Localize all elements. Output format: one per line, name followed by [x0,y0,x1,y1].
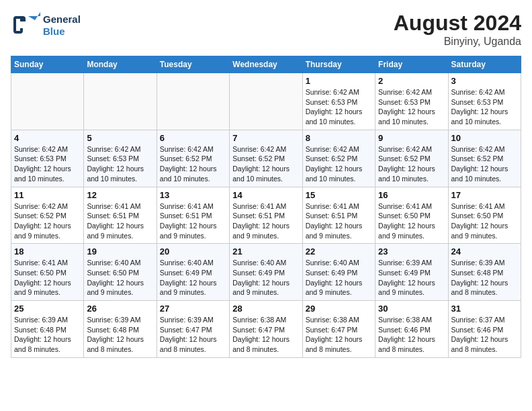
day-number: 19 [87,246,153,257]
month-year: August 2024 [394,11,521,36]
day-number: 9 [378,133,445,143]
logo-text-general: General [43,13,81,26]
day-info: Sunrise: 6:40 AMSunset: 6:49 PMDaylight:… [160,258,226,298]
day-number: 10 [451,133,518,143]
day-number: 14 [232,190,299,200]
day-number: 23 [378,246,445,257]
day-number: 6 [160,133,226,143]
day-number: 8 [306,133,372,143]
day-number: 4 [14,133,81,143]
day-info: Sunrise: 6:37 AMSunset: 6:46 PMDaylight:… [451,315,518,355]
day-info: Sunrise: 6:40 AMSunset: 6:50 PMDaylight:… [87,258,153,298]
calendar-cell [84,73,157,130]
calendar-cell: 9Sunrise: 6:42 AMSunset: 6:52 PMDaylight… [375,130,448,187]
day-number: 16 [378,190,445,200]
calendar-cell: 1Sunrise: 6:42 AMSunset: 6:53 PMDaylight… [302,73,375,130]
day-number: 24 [451,246,518,257]
day-number: 11 [14,190,81,200]
day-info: Sunrise: 6:41 AMSunset: 6:51 PMDaylight:… [160,201,226,241]
calendar-cell: 27Sunrise: 6:39 AMSunset: 6:47 PMDayligh… [157,301,229,358]
day-info: Sunrise: 6:39 AMSunset: 6:49 PMDaylight:… [378,258,445,298]
logo: General Blue [11,11,81,40]
calendar-cell: 29Sunrise: 6:38 AMSunset: 6:47 PMDayligh… [302,301,375,358]
calendar-table: SundayMondayTuesdayWednesdayThursdayFrid… [11,56,521,358]
calendar-cell: 2Sunrise: 6:42 AMSunset: 6:53 PMDaylight… [375,73,448,130]
day-info: Sunrise: 6:42 AMSunset: 6:52 PMDaylight:… [378,144,445,184]
weekday-header-sunday: Sunday [11,56,84,73]
day-number: 12 [87,190,153,200]
day-number: 27 [160,304,226,314]
day-info: Sunrise: 6:42 AMSunset: 6:53 PMDaylight:… [87,144,153,184]
calendar-cell [157,73,229,130]
weekday-header-tuesday: Tuesday [157,56,229,73]
day-info: Sunrise: 6:41 AMSunset: 6:50 PMDaylight:… [378,201,445,241]
day-info: Sunrise: 6:41 AMSunset: 6:51 PMDaylight:… [232,201,299,241]
title-block: August 2024 Binyiny, Uganda [394,11,521,48]
day-number: 29 [306,304,372,314]
week-row-5: 25Sunrise: 6:39 AMSunset: 6:48 PMDayligh… [11,301,521,358]
calendar-cell: 3Sunrise: 6:42 AMSunset: 6:53 PMDaylight… [448,73,521,130]
calendar-cell: 18Sunrise: 6:41 AMSunset: 6:50 PMDayligh… [11,244,84,301]
calendar-cell: 25Sunrise: 6:39 AMSunset: 6:48 PMDayligh… [11,301,84,358]
weekday-header-monday: Monday [84,56,157,73]
calendar-cell: 12Sunrise: 6:41 AMSunset: 6:51 PMDayligh… [84,187,157,244]
calendar-cell: 10Sunrise: 6:42 AMSunset: 6:52 PMDayligh… [448,130,521,187]
logo-text-blue: Blue [43,26,81,38]
calendar-cell: 23Sunrise: 6:39 AMSunset: 6:49 PMDayligh… [375,244,448,301]
calendar-cell: 17Sunrise: 6:41 AMSunset: 6:50 PMDayligh… [448,187,521,244]
day-info: Sunrise: 6:41 AMSunset: 6:50 PMDaylight:… [14,258,81,298]
week-row-2: 4Sunrise: 6:42 AMSunset: 6:53 PMDaylight… [11,130,521,187]
weekday-header-saturday: Saturday [448,56,521,73]
day-number: 3 [451,76,518,86]
day-info: Sunrise: 6:41 AMSunset: 6:51 PMDaylight:… [87,201,153,241]
calendar-cell: 20Sunrise: 6:40 AMSunset: 6:49 PMDayligh… [157,244,229,301]
calendar-cell: 26Sunrise: 6:39 AMSunset: 6:48 PMDayligh… [84,301,157,358]
day-info: Sunrise: 6:42 AMSunset: 6:52 PMDaylight:… [306,144,372,184]
calendar-cell: 13Sunrise: 6:41 AMSunset: 6:51 PMDayligh… [157,187,229,244]
day-number: 22 [306,246,372,257]
calendar-cell: 8Sunrise: 6:42 AMSunset: 6:52 PMDaylight… [302,130,375,187]
day-info: Sunrise: 6:42 AMSunset: 6:52 PMDaylight:… [160,144,226,184]
day-number: 20 [160,246,226,257]
day-info: Sunrise: 6:38 AMSunset: 6:47 PMDaylight:… [306,315,372,355]
day-info: Sunrise: 6:40 AMSunset: 6:49 PMDaylight:… [306,258,372,298]
day-info: Sunrise: 6:41 AMSunset: 6:51 PMDaylight:… [306,201,372,241]
calendar-cell: 7Sunrise: 6:42 AMSunset: 6:52 PMDaylight… [230,130,302,187]
day-number: 21 [232,246,299,257]
day-number: 5 [87,133,153,143]
day-number: 30 [378,304,445,314]
weekday-header-friday: Friday [375,56,448,73]
day-info: Sunrise: 6:42 AMSunset: 6:53 PMDaylight:… [306,87,372,127]
day-info: Sunrise: 6:42 AMSunset: 6:53 PMDaylight:… [14,144,81,184]
day-number: 31 [451,304,518,314]
day-info: Sunrise: 6:38 AMSunset: 6:47 PMDaylight:… [232,315,299,355]
calendar-cell: 11Sunrise: 6:42 AMSunset: 6:52 PMDayligh… [11,187,84,244]
logo-svg [11,11,40,40]
day-info: Sunrise: 6:42 AMSunset: 6:52 PMDaylight:… [232,144,299,184]
logo-graphic: General Blue [11,11,81,40]
calendar-cell: 30Sunrise: 6:38 AMSunset: 6:46 PMDayligh… [375,301,448,358]
day-info: Sunrise: 6:39 AMSunset: 6:47 PMDaylight:… [160,315,226,355]
weekday-header-row: SundayMondayTuesdayWednesdayThursdayFrid… [11,56,521,73]
day-info: Sunrise: 6:42 AMSunset: 6:52 PMDaylight:… [451,144,518,184]
calendar-cell [230,73,302,130]
day-info: Sunrise: 6:39 AMSunset: 6:48 PMDaylight:… [14,315,81,355]
calendar-cell: 21Sunrise: 6:40 AMSunset: 6:49 PMDayligh… [230,244,302,301]
calendar-cell [11,73,84,130]
calendar-cell: 4Sunrise: 6:42 AMSunset: 6:53 PMDaylight… [11,130,84,187]
day-number: 17 [451,190,518,200]
calendar-cell: 6Sunrise: 6:42 AMSunset: 6:52 PMDaylight… [157,130,229,187]
day-number: 13 [160,190,226,200]
calendar-cell: 28Sunrise: 6:38 AMSunset: 6:47 PMDayligh… [230,301,302,358]
calendar-cell: 14Sunrise: 6:41 AMSunset: 6:51 PMDayligh… [230,187,302,244]
day-info: Sunrise: 6:39 AMSunset: 6:48 PMDaylight:… [87,315,153,355]
calendar-cell: 16Sunrise: 6:41 AMSunset: 6:50 PMDayligh… [375,187,448,244]
day-info: Sunrise: 6:40 AMSunset: 6:49 PMDaylight:… [232,258,299,298]
day-info: Sunrise: 6:39 AMSunset: 6:48 PMDaylight:… [451,258,518,298]
weekday-header-thursday: Thursday [302,56,375,73]
week-row-3: 11Sunrise: 6:42 AMSunset: 6:52 PMDayligh… [11,187,521,244]
day-info: Sunrise: 6:42 AMSunset: 6:53 PMDaylight:… [378,87,445,127]
day-number: 28 [232,304,299,314]
day-info: Sunrise: 6:42 AMSunset: 6:53 PMDaylight:… [451,87,518,127]
day-number: 25 [14,304,81,314]
